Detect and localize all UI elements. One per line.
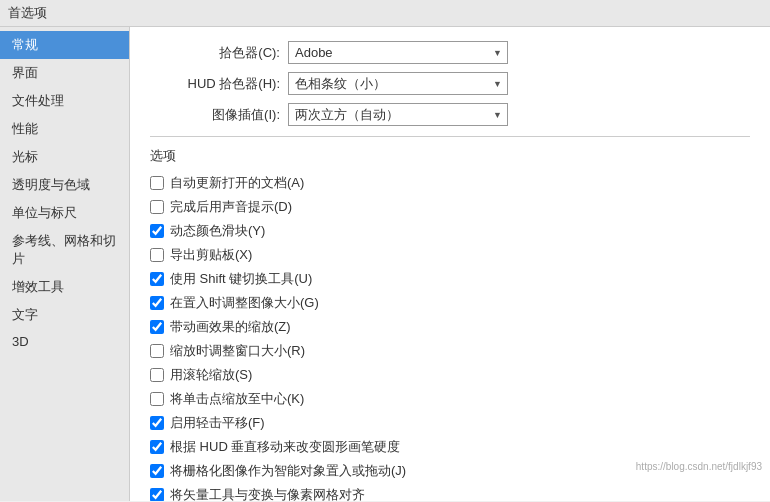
checkbox-row-export-clipboard: 导出剪贴板(X) (150, 245, 750, 265)
checkbox-row-completion-sound: 完成后用声音提示(D) (150, 197, 750, 217)
sidebar-item-units[interactable]: 单位与标尺 (0, 199, 129, 227)
checkbox-shift-key[interactable] (150, 272, 164, 286)
image-interpolation-label: 图像插值(I): (150, 106, 280, 124)
checkbox-row-shift-key: 使用 Shift 键切换工具(U) (150, 269, 750, 289)
checkbox-label-resize-on-paste[interactable]: 在置入时调整图像大小(G) (170, 294, 319, 312)
checkbox-label-completion-sound[interactable]: 完成后用声音提示(D) (170, 198, 292, 216)
sidebar-item-plugins[interactable]: 增效工具 (0, 273, 129, 301)
checkbox-vector-align[interactable] (150, 488, 164, 501)
sidebar-item-text[interactable]: 文字 (0, 301, 129, 329)
checkbox-row-scroll-zoom: 用滚轮缩放(S) (150, 365, 750, 385)
checkbox-row-zoom-center: 将单击点缩放至中心(K) (150, 389, 750, 409)
color-picker-row: 拾色器(C): AdobeWindows (150, 41, 750, 64)
checkbox-hud-hardness[interactable] (150, 440, 164, 454)
content-area: 拾色器(C): AdobeWindows HUD 拾色器(H): 色相条纹（小）… (130, 27, 770, 501)
checkbox-animated-zoom2[interactable] (150, 320, 164, 334)
checkbox-label-shift-key[interactable]: 使用 Shift 键切换工具(U) (170, 270, 312, 288)
color-picker-wrapper[interactable]: AdobeWindows (288, 41, 508, 64)
checkbox-zoom-center[interactable] (150, 392, 164, 406)
checkbox-label-hud-hardness[interactable]: 根据 HUD 垂直移动来改变圆形画笔硬度 (170, 438, 400, 456)
main-container: 常规界面文件处理性能光标透明度与色域单位与标尺参考线、网格和切片增效工具文字3D… (0, 27, 770, 501)
sidebar-item-guides[interactable]: 参考线、网格和切片 (0, 227, 129, 273)
checkbox-row-hud-hardness: 根据 HUD 垂直移动来改变圆形画笔硬度 (150, 437, 750, 457)
checkbox-label-animated-zoom[interactable]: 动态颜色滑块(Y) (170, 222, 265, 240)
checkbox-export-clipboard[interactable] (150, 248, 164, 262)
divider-options (150, 136, 750, 137)
checkboxes-container: 自动更新打开的文档(A)完成后用声音提示(D)动态颜色滑块(Y)导出剪贴板(X)… (150, 173, 750, 501)
sidebar-item-3d[interactable]: 3D (0, 329, 129, 354)
image-interpolation-wrapper[interactable]: 两次立方（自动）两次线性邻近（硬边缘）两次立方（较平滑）两次立方（较锐利） (288, 103, 508, 126)
checkbox-animated-zoom[interactable] (150, 224, 164, 238)
checkbox-label-auto-update[interactable]: 自动更新打开的文档(A) (170, 174, 304, 192)
checkbox-smart-object[interactable] (150, 464, 164, 478)
image-interpolation-row: 图像插值(I): 两次立方（自动）两次线性邻近（硬边缘）两次立方（较平滑）两次立… (150, 103, 750, 126)
checkbox-label-animated-zoom2[interactable]: 带动画效果的缩放(Z) (170, 318, 291, 336)
checkbox-label-zoom-center[interactable]: 将单击点缩放至中心(K) (170, 390, 304, 408)
checkbox-label-export-clipboard[interactable]: 导出剪贴板(X) (170, 246, 252, 264)
options-section: 选项 自动更新打开的文档(A)完成后用声音提示(D)动态颜色滑块(Y)导出剪贴板… (150, 147, 750, 501)
checkbox-row-animated-zoom2: 带动画效果的缩放(Z) (150, 317, 750, 337)
color-picker-select[interactable]: AdobeWindows (288, 41, 508, 64)
checkbox-auto-update[interactable] (150, 176, 164, 190)
checkbox-resize-window[interactable] (150, 344, 164, 358)
sidebar-item-file-handling[interactable]: 文件处理 (0, 87, 129, 115)
checkbox-label-scroll-zoom[interactable]: 用滚轮缩放(S) (170, 366, 252, 384)
checkbox-label-smart-object[interactable]: 将栅格化图像作为智能对象置入或拖动(J) (170, 462, 406, 480)
hud-color-picker-select[interactable]: 色相条纹（小）色相条纹（中）色相条纹（大）色相转盘（小）色相转盘（中）色相转盘（… (288, 72, 508, 95)
sidebar-item-interface[interactable]: 界面 (0, 59, 129, 87)
title-label: 首选项 (8, 5, 47, 20)
checkbox-row-resize-window: 缩放时调整窗口大小(R) (150, 341, 750, 361)
sidebar-item-performance[interactable]: 性能 (0, 115, 129, 143)
title-bar: 首选项 (0, 0, 770, 27)
sidebar: 常规界面文件处理性能光标透明度与色域单位与标尺参考线、网格和切片增效工具文字3D (0, 27, 130, 501)
checkbox-flick-pan[interactable] (150, 416, 164, 430)
hud-color-picker-wrapper[interactable]: 色相条纹（小）色相条纹（中）色相条纹（大）色相转盘（小）色相转盘（中）色相转盘（… (288, 72, 508, 95)
hud-color-picker-label: HUD 拾色器(H): (150, 75, 280, 93)
checkbox-row-resize-on-paste: 在置入时调整图像大小(G) (150, 293, 750, 313)
checkbox-scroll-zoom[interactable] (150, 368, 164, 382)
checkbox-completion-sound[interactable] (150, 200, 164, 214)
checkbox-row-vector-align: 将矢量工具与变换与像素网格对齐 (150, 485, 750, 501)
checkbox-row-animated-zoom: 动态颜色滑块(Y) (150, 221, 750, 241)
checkbox-resize-on-paste[interactable] (150, 296, 164, 310)
image-interpolation-select[interactable]: 两次立方（自动）两次线性邻近（硬边缘）两次立方（较平滑）两次立方（较锐利） (288, 103, 508, 126)
options-section-title: 选项 (150, 147, 750, 165)
checkbox-label-resize-window[interactable]: 缩放时调整窗口大小(R) (170, 342, 305, 360)
sidebar-item-transparency[interactable]: 透明度与色域 (0, 171, 129, 199)
checkbox-label-flick-pan[interactable]: 启用轻击平移(F) (170, 414, 265, 432)
checkbox-row-smart-object: 将栅格化图像作为智能对象置入或拖动(J) (150, 461, 750, 481)
sidebar-item-cursors[interactable]: 光标 (0, 143, 129, 171)
checkbox-label-vector-align[interactable]: 将矢量工具与变换与像素网格对齐 (170, 486, 365, 501)
hud-color-picker-row: HUD 拾色器(H): 色相条纹（小）色相条纹（中）色相条纹（大）色相转盘（小）… (150, 72, 750, 95)
sidebar-item-general[interactable]: 常规 (0, 31, 129, 59)
checkbox-row-auto-update: 自动更新打开的文档(A) (150, 173, 750, 193)
color-picker-label: 拾色器(C): (150, 44, 280, 62)
checkbox-row-flick-pan: 启用轻击平移(F) (150, 413, 750, 433)
